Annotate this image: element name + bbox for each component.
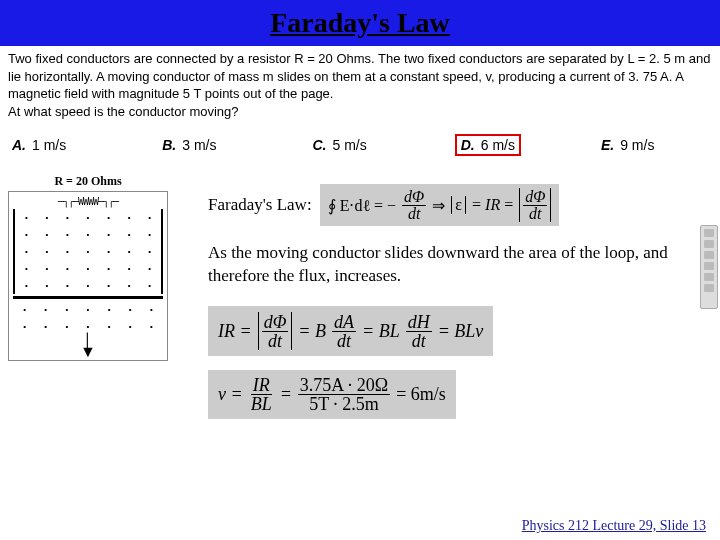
eq1-lhs: ∮ E⋅dℓ = − bbox=[328, 196, 396, 215]
eq2-f1n: dΦ bbox=[262, 313, 289, 332]
faraday-equation: ∮ E⋅dℓ = − dΦdt ⇒ ε = IR = dΦdt bbox=[320, 184, 560, 226]
eq2-p3: = BL bbox=[362, 321, 400, 342]
problem-p1: Two fixed conductors are connected by a … bbox=[8, 50, 712, 103]
eq2-f3n: dH bbox=[406, 313, 432, 332]
answer-e-label: E. bbox=[601, 137, 614, 153]
answer-d[interactable]: D. 6 m/s bbox=[455, 134, 521, 156]
answer-b-label: B. bbox=[162, 137, 176, 153]
eq3-f1n: IR bbox=[251, 376, 272, 395]
eq1-rhs-num: dΦ bbox=[523, 189, 547, 206]
answer-a[interactable]: A. 1 m/s bbox=[8, 136, 70, 154]
problem-text: Two fixed conductors are connected by a … bbox=[0, 46, 720, 128]
answer-b[interactable]: B. 3 m/s bbox=[158, 136, 220, 154]
eq2-f3d: dt bbox=[410, 332, 428, 350]
eq2-p4: = BLv bbox=[438, 321, 484, 342]
eq3-p1: v = bbox=[218, 384, 243, 405]
eq2-f2n: dA bbox=[332, 313, 356, 332]
faraday-label: Faraday's Law: bbox=[208, 195, 312, 215]
problem-p2: At what speed is the conductor moving? bbox=[8, 103, 712, 121]
magnetic-field-dots: ••••••• ••••••• ••••••• ••••••• ••••••• bbox=[13, 209, 163, 294]
answer-c-label: C. bbox=[312, 137, 326, 153]
eq3-p3: = 6m/s bbox=[396, 384, 446, 405]
eq3-f2d: 5T · 2.5m bbox=[307, 395, 381, 413]
slide-footer: Physics 212 Lecture 29, Slide 13 bbox=[522, 518, 706, 534]
answer-e-text: 9 m/s bbox=[620, 137, 654, 153]
answer-c-text: 5 m/s bbox=[332, 137, 366, 153]
resistor-icon: ─┐┌─WWWW─┐┌─ bbox=[13, 196, 163, 207]
eq2-p1: IR = bbox=[218, 321, 252, 342]
page-title: Faraday's Law bbox=[270, 7, 450, 39]
eq3-p2: = bbox=[280, 384, 292, 405]
answer-d-label: D. bbox=[461, 137, 475, 153]
answer-b-text: 3 m/s bbox=[182, 137, 216, 153]
answer-a-text: 1 m/s bbox=[32, 137, 66, 153]
circuit-diagram: R = 20 Ohms ─┐┌─WWWW─┐┌─ ••••••• •••••••… bbox=[8, 174, 168, 433]
resistor-label: R = 20 Ohms bbox=[8, 174, 168, 189]
eq2-f1d: dt bbox=[266, 332, 284, 350]
eq1-den: dt bbox=[406, 206, 422, 222]
derivation-equation: IR = dΦdt = B dAdt = BL dHdt = BLv bbox=[208, 306, 493, 356]
velocity-arrow-icon: │▼ bbox=[13, 337, 163, 356]
eq1-rhs1: ε bbox=[451, 196, 466, 214]
eq1-num: dΦ bbox=[402, 189, 426, 206]
answer-a-label: A. bbox=[12, 137, 26, 153]
answer-c[interactable]: C. 5 m/s bbox=[308, 136, 370, 154]
clicker-remote-icon bbox=[700, 225, 718, 309]
explanation-text: As the moving conductor slides downward … bbox=[208, 242, 712, 288]
eq1-rhs-den: dt bbox=[527, 206, 543, 222]
eq2-p2: = B bbox=[298, 321, 326, 342]
answer-row: A. 1 m/s B. 3 m/s C. 5 m/s D. 6 m/s E. 9… bbox=[0, 128, 720, 166]
eq3-f1d: BL bbox=[249, 395, 274, 413]
solution-equation: v = IRBL = 3.75A · 20Ω5T · 2.5m = 6m/s bbox=[208, 370, 456, 419]
answer-d-text: 6 m/s bbox=[481, 137, 515, 153]
eq1-arrow: ⇒ bbox=[432, 196, 445, 215]
eq2-f2d: dt bbox=[335, 332, 353, 350]
eq3-f2n: 3.75A · 20Ω bbox=[298, 376, 390, 395]
answer-e[interactable]: E. 9 m/s bbox=[597, 136, 658, 154]
dots-below: ••••••• ••••••• bbox=[13, 301, 163, 335]
moving-bar bbox=[13, 296, 163, 299]
